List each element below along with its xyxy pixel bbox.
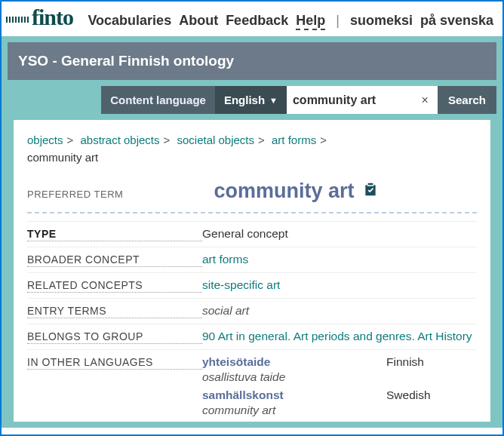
lang-fi[interactable]: suomeksi	[350, 13, 413, 29]
prop-label-entry: ENTRY TERMS	[27, 305, 202, 318]
crumb-link[interactable]: art forms	[272, 134, 316, 146]
crumb-link[interactable]: objects	[27, 134, 63, 146]
preferred-term-value: community art	[214, 180, 354, 203]
entry-term: social art	[202, 304, 249, 317]
language-select[interactable]: English ▼	[215, 86, 287, 114]
lang-sv[interactable]: på svenska	[420, 13, 493, 29]
nav-help[interactable]: Help	[296, 13, 325, 30]
clipboard-icon[interactable]	[363, 180, 378, 203]
divider	[27, 212, 477, 213]
prop-label-related: RELATED CONCEPTS	[27, 279, 202, 293]
vocab-title: YSO - General Finnish ontology	[8, 42, 496, 80]
sv-alt: community art	[202, 404, 477, 417]
content-language-label: Content language	[101, 86, 215, 114]
search-input[interactable]	[293, 94, 419, 107]
broader-link[interactable]: art forms	[202, 253, 248, 266]
fi-lang: Finnish	[386, 355, 477, 369]
preferred-term: community art	[214, 180, 477, 203]
crumb-link[interactable]: abstract objects	[80, 134, 159, 146]
preferred-term-label: PREFERRED TERM	[27, 189, 123, 200]
search-button[interactable]: Search	[438, 86, 496, 114]
prop-label-type: TYPE	[27, 228, 202, 241]
logo-text: finto	[32, 5, 73, 30]
nav-separator: |	[336, 13, 340, 29]
logo[interactable]: finto	[6, 5, 73, 30]
sv-term[interactable]: samhällskonst	[202, 388, 386, 402]
other-languages-grid: yhteisötaide Finnish osallistuva taide s…	[202, 355, 477, 420]
search-box: ×	[287, 86, 438, 114]
prop-label-otherlang: IN OTHER LANGUAGES	[27, 356, 202, 370]
nav-about[interactable]: About	[179, 13, 218, 29]
search-bar: Content language English ▼ × Search	[8, 86, 496, 114]
breadcrumb: objects> abstract objects> societal obje…	[27, 132, 477, 166]
prop-value-type: General concept	[202, 227, 477, 241]
fi-alt: osallistuva taide	[202, 370, 477, 384]
clear-icon[interactable]: ×	[419, 94, 432, 107]
language-selected: English	[224, 94, 265, 106]
prop-label-broader: BROADER CONCEPT	[27, 253, 202, 267]
chevron-down-icon: ▼	[269, 96, 278, 105]
crumb-current: community art	[27, 151, 98, 164]
crumb-link[interactable]: societal objects	[177, 134, 254, 146]
prop-label-group: BELONGS TO GROUP	[27, 330, 202, 344]
top-nav: Vocabularies About Feedback Help | suome…	[88, 13, 493, 30]
sv-lang: Swedish	[386, 388, 477, 402]
concept-panel: objects> abstract objects> societal obje…	[14, 120, 490, 422]
fi-term[interactable]: yhteisötaide	[202, 355, 386, 369]
nav-feedback[interactable]: Feedback	[226, 13, 288, 29]
group-link[interactable]: 90 Art in general. Art periods and genre…	[202, 330, 472, 342]
nav-vocabularies[interactable]: Vocabularies	[88, 13, 171, 29]
related-link[interactable]: site-specific art	[202, 278, 280, 291]
